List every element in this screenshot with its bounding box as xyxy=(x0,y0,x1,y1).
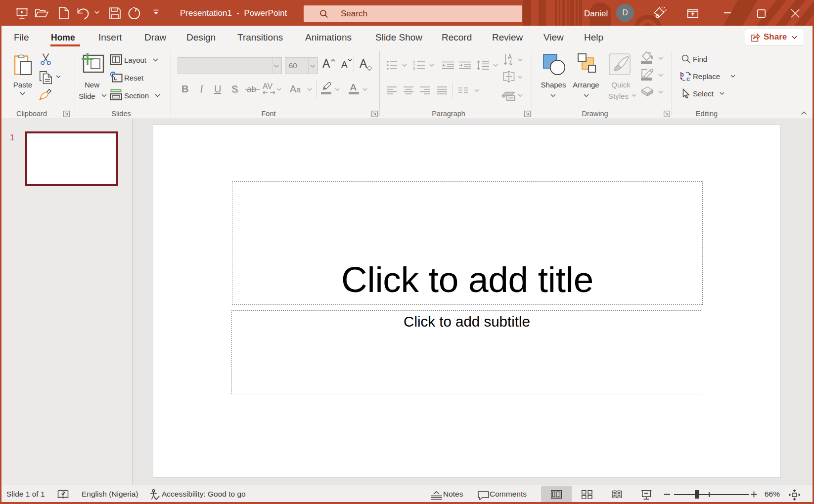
svg-text:c: c xyxy=(686,75,690,82)
svg-text:b: b xyxy=(680,71,684,78)
